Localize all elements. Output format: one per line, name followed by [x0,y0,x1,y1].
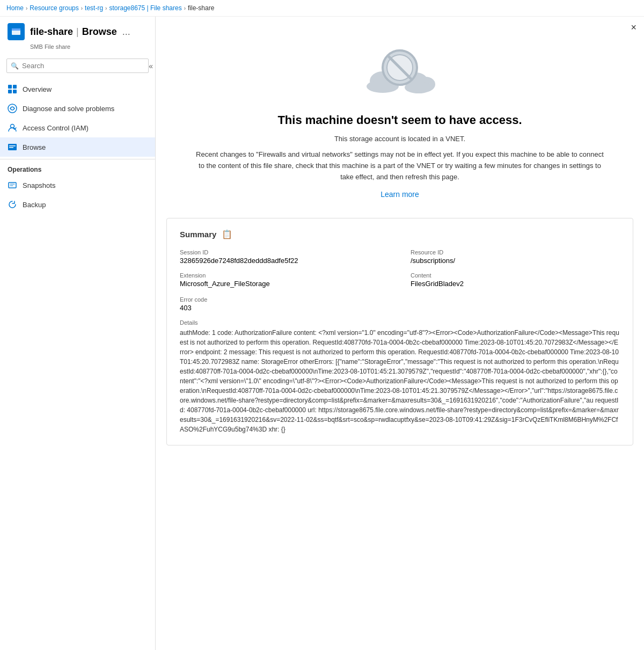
details-label: Details [180,319,620,326]
summary-grid: Session ID 32865926de7248fd82deddd8adfe5… [180,249,620,288]
operations-section-label: Operations [0,159,155,176]
svg-rect-10 [9,147,13,148]
error-code-section: Error code 403 [180,296,620,312]
learn-more-link[interactable]: Learn more [380,190,419,199]
collapse-sidebar-button[interactable]: « [149,62,153,70]
svg-rect-3 [13,85,17,89]
snapshots-label: Snapshots [23,181,55,189]
summary-header: Summary 📋 [180,229,620,239]
breadcrumb-sep-2: › [81,5,83,11]
summary-title: Summary [180,230,216,239]
session-id-field: Session ID 32865926de7248fd82deddd8adfe5… [180,249,389,265]
sidebar-item-browse[interactable]: Browse [0,137,155,157]
diagnose-label: Diagnose and solve problems [23,105,114,113]
error-area: This machine doesn't seem to have access… [156,17,644,209]
error-description: Recent changes to "Firewalls and virtual… [196,149,604,182]
sidebar-item-snapshots[interactable]: Snapshots [0,176,155,195]
snapshots-icon [8,180,17,190]
sidebar-item-overview[interactable]: Overview [0,79,155,99]
breadcrumb: Home › Resource groups › test-rg › stora… [0,0,644,17]
browse-label: Browse [23,143,46,151]
sidebar-item-diagnose[interactable]: Diagnose and solve problems [0,99,155,118]
extension-label: Extension [180,272,389,279]
session-id-value: 32865926de7248fd82deddd8adfe5f22 [180,257,389,265]
breadcrumb-resource-groups[interactable]: Resource groups [30,4,78,12]
svg-rect-1 [12,28,20,31]
details-section: Details authMode: 1 code: AuthorizationF… [180,319,620,434]
search-icon: 🔍 [11,62,19,70]
backup-label: Backup [23,201,46,209]
svg-rect-2 [8,85,12,89]
error-title: This machine doesn't seem to have access… [277,113,522,127]
session-id-label: Session ID [180,249,389,255]
svg-point-6 [8,104,17,113]
overview-label: Overview [23,85,52,93]
search-input[interactable] [6,59,149,73]
breadcrumb-current: file-share [188,4,214,12]
error-code-value: 403 [180,304,620,312]
svg-rect-11 [9,182,16,188]
sidebar: file-share | Browse ... SMB File share 🔍… [0,17,156,650]
resource-id-field: Resource ID /subscriptions/ [411,249,620,265]
sidebar-resource-name: file-share [30,26,73,38]
content-label: Content [411,272,620,279]
breadcrumb-test-rg[interactable]: test-rg [85,4,103,12]
no-access-icon [362,38,437,103]
breadcrumb-sep-3: › [105,5,107,11]
sidebar-separator: | [76,26,79,38]
more-options-button[interactable]: ... [122,26,130,38]
breadcrumb-sep-4: › [184,5,186,11]
resource-icon [8,23,25,40]
breadcrumb-storage[interactable]: storage8675 | File shares [109,4,181,12]
sidebar-title-group: file-share | Browse [30,26,117,38]
backup-icon [8,200,17,209]
extension-value: Microsoft_Azure_FileStorage [180,280,389,288]
copy-icon[interactable]: 📋 [222,229,232,239]
details-text: authMode: 1 code: AuthorizationFailure c… [180,328,620,434]
sidebar-header: file-share | Browse ... [0,17,155,43]
sidebar-subtitle: SMB File share [0,43,155,55]
sidebar-item-iam[interactable]: Access Control (IAM) [0,118,155,137]
iam-label: Access Control (IAM) [23,124,89,132]
error-code-label: Error code [180,296,620,303]
browse-icon [8,142,17,152]
svg-rect-4 [8,90,12,93]
sidebar-item-backup[interactable]: Backup [0,195,155,214]
main-content: × [156,17,644,650]
content-value: FilesGridBladev2 [411,280,620,288]
breadcrumb-sep-1: › [26,5,27,11]
resource-id-label: Resource ID [411,249,620,255]
diagnose-icon [8,104,17,113]
sidebar-search-container: 🔍 « [6,59,149,73]
close-button[interactable]: × [631,22,636,33]
sidebar-page-name: Browse [82,26,117,38]
iam-icon [8,123,17,133]
extension-field: Extension Microsoft_Azure_FileStorage [180,272,389,288]
error-subtitle: This storage account is located in a VNE… [334,135,465,143]
svg-rect-5 [13,90,17,93]
overview-icon [8,84,17,94]
summary-card: Summary 📋 Session ID 32865926de7248fd82d… [166,218,633,445]
breadcrumb-home[interactable]: Home [6,4,24,12]
content-field: Content FilesGridBladev2 [411,272,620,288]
resource-id-value: /subscriptions/ [411,257,620,265]
svg-rect-9 [9,145,16,147]
